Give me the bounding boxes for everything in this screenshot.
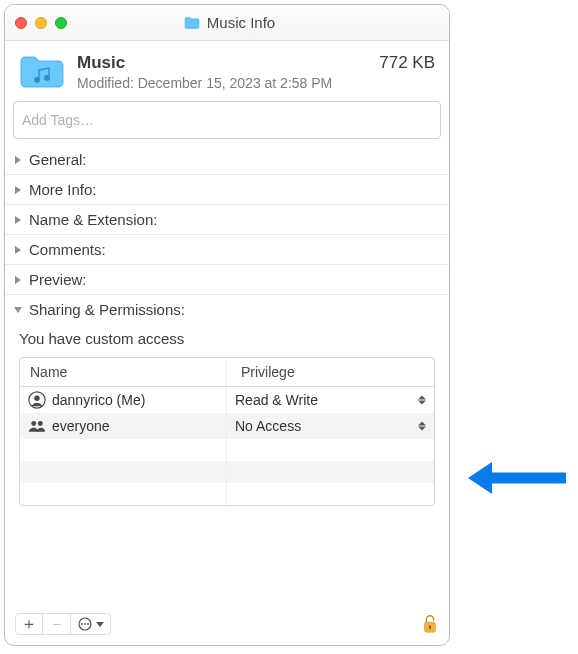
privilege-select[interactable]: Read & Write [227,387,434,413]
perm-name: everyone [52,418,110,434]
section-sharing-permissions[interactable]: Sharing & Permissions: [5,295,449,324]
tags-placeholder: Add Tags… [22,112,94,128]
svg-point-3 [34,396,39,401]
perm-privilege: Read & Write [235,392,318,408]
col-name: Name [20,358,227,387]
section-label: General: [29,151,87,168]
chevron-right-icon [13,215,23,225]
item-size: 772 KB [379,53,435,73]
svg-point-4 [31,421,36,426]
titlebar: Music Info [5,5,449,41]
svg-rect-12 [429,627,430,630]
section-more-info[interactable]: More Info: [5,175,449,205]
permissions-table: Name Privilege dannyrico (Me) Read & Wri… [19,357,435,506]
zoom-button[interactable] [55,17,67,29]
callout-arrow-icon [466,456,566,500]
footer-toolbar: ＋ － [5,607,449,645]
svg-point-9 [87,623,89,625]
stepper-icon [418,396,428,405]
col-privilege: Privilege [227,358,434,387]
section-preview[interactable]: Preview: [5,265,449,295]
lock-icon[interactable] [421,614,439,634]
table-row[interactable]: dannyrico (Me) Read & Write [20,387,434,413]
chevron-right-icon [13,245,23,255]
single-user-icon [28,391,46,409]
remove-button[interactable]: － [43,613,71,635]
close-button[interactable] [15,17,27,29]
minimize-button[interactable] [35,17,47,29]
ellipsis-circle-icon [78,617,92,631]
group-icon [28,417,46,435]
perm-privilege: No Access [235,418,301,434]
section-label: Preview: [29,271,87,288]
section-comments[interactable]: Comments: [5,235,449,265]
section-label: Sharing & Permissions: [29,301,185,318]
svg-point-7 [81,623,83,625]
info-header: Music Modified: December 15, 2023 at 2:5… [5,41,449,101]
traffic-lights [15,17,67,29]
chevron-right-icon [13,185,23,195]
stepper-icon [418,422,428,431]
chevron-down-icon [96,622,104,627]
access-note: You have custom access [19,330,439,347]
window-title: Music Info [207,14,275,31]
svg-point-5 [38,421,43,426]
privilege-select[interactable]: No Access [227,413,434,439]
item-name: Music [77,53,367,73]
tags-field[interactable]: Add Tags… [13,101,441,139]
folder-icon [19,53,65,91]
action-menu-button[interactable] [71,613,111,635]
svg-point-8 [84,623,86,625]
section-label: Name & Extension: [29,211,157,228]
modified-label: Modified: December 15, 2023 at 2:58 PM [77,75,367,91]
add-button[interactable]: ＋ [15,613,43,635]
chevron-right-icon [13,275,23,285]
section-label: More Info: [29,181,97,198]
section-name-extension[interactable]: Name & Extension: [5,205,449,235]
chevron-down-icon [13,305,23,315]
table-row[interactable]: everyone No Access [20,413,434,439]
info-window: Music Info Music Modified: December 15, … [4,4,450,646]
folder-small-icon [183,16,201,30]
perm-name: dannyrico (Me) [52,392,145,408]
section-label: Comments: [29,241,106,258]
section-general[interactable]: General: [5,145,449,175]
chevron-right-icon [13,155,23,165]
